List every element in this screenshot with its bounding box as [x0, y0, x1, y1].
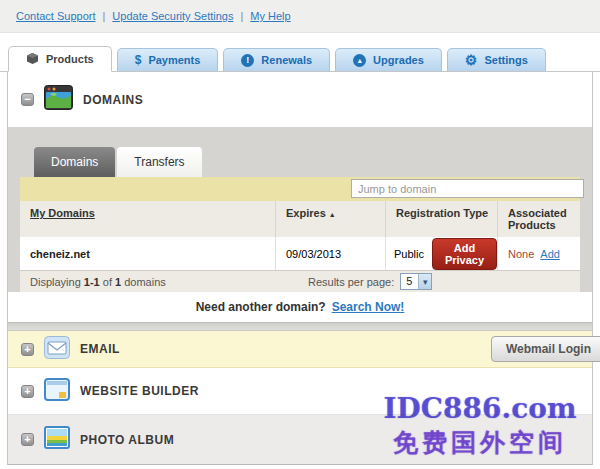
contact-support-link[interactable]: Contact Support [16, 10, 96, 22]
domains-table-footer: Displaying 1-1 of 1 domains Results per … [20, 270, 580, 292]
domains-section-title: DOMAINS [83, 93, 143, 107]
photo-album-section-header: + PHOTO ALBUM [8, 415, 592, 464]
tab-renewals[interactable]: ! Renewals [223, 48, 330, 71]
package-icon [26, 52, 39, 67]
domain-expiry-date: 09/03/2013 [286, 248, 341, 260]
associated-products-column-header: Associated Products [508, 207, 567, 231]
tab-settings[interactable]: ⚙ Settings [447, 48, 546, 71]
results-per-page-select[interactable]: 5 [400, 273, 432, 290]
up-arrow-circle-icon: ▲ [353, 54, 366, 67]
domains-section-header: − DOMAINS [8, 72, 592, 127]
update-security-settings-link[interactable]: Update Security Settings [112, 10, 233, 22]
jump-to-domain-input[interactable] [351, 179, 584, 198]
add-associated-product-link[interactable]: Add [540, 248, 560, 260]
need-domain-row: Need another domain? Search Now! [8, 292, 592, 322]
my-help-link[interactable]: My Help [250, 10, 290, 22]
domains-module: Domains Transfers My Domains Expires▲ Re… [8, 127, 592, 292]
website-builder-icon [44, 378, 70, 405]
tab-label: Settings [484, 54, 527, 66]
exclamation-circle-icon: ! [241, 54, 254, 67]
account-products-page: Contact Support | Update Security Settin… [0, 0, 600, 469]
website-builder-section-header: + WEBSITE BUILDER [8, 368, 592, 415]
domains-icon [44, 85, 73, 114]
tab-upgrades[interactable]: ▲ Upgrades [335, 48, 442, 71]
link-separator: | [240, 10, 243, 22]
products-panel: − DOMAINS Domains Transfers [7, 72, 593, 465]
domains-subtab-bar: Domains Transfers [20, 147, 580, 177]
webmail-login-button[interactable]: Webmail Login [491, 336, 600, 362]
chevron-down-icon [418, 274, 431, 289]
sort-ascending-icon: ▲ [329, 211, 336, 218]
expand-button[interactable]: + [21, 343, 34, 356]
domains-table-header: My Domains Expires▲ Registration Type As… [20, 201, 580, 237]
expand-button[interactable]: + [21, 433, 34, 446]
website-builder-section-title: WEBSITE BUILDER [80, 384, 199, 398]
photo-album-icon [44, 426, 70, 453]
subtab-transfers[interactable]: Transfers [117, 147, 201, 177]
add-privacy-button[interactable]: Add Privacy [432, 238, 497, 270]
collapse-button[interactable]: − [21, 93, 34, 106]
expires-column-header[interactable]: Expires [286, 207, 326, 219]
domain-search-bar [20, 177, 580, 201]
domain-table-row: cheneiz.net 09/03/2013 Public Add Privac… [20, 237, 580, 270]
tab-label: Products [46, 53, 94, 65]
associated-products-value: None [508, 248, 534, 260]
section-divider [8, 322, 592, 331]
gear-icon: ⚙ [465, 53, 478, 67]
tab-label: Renewals [261, 54, 312, 66]
link-separator: | [103, 10, 106, 22]
selected-value: 5 [401, 274, 418, 289]
email-icon [44, 336, 70, 363]
domains-table: My Domains Expires▲ Registration Type As… [20, 201, 580, 292]
dollar-icon: $ [135, 53, 142, 67]
tab-label: Upgrades [373, 54, 424, 66]
main-tab-bar: Products $ Payments ! Renewals ▲ Upgrade… [0, 33, 600, 72]
displaying-text: Displaying 1-1 of 1 domains [30, 276, 166, 288]
registration-type-column-header: Registration Type [396, 207, 488, 219]
tab-payments[interactable]: $ Payments [117, 48, 219, 71]
email-section-title: EMAIL [80, 342, 120, 356]
photo-album-section-title: PHOTO ALBUM [80, 433, 174, 447]
registration-type-value: Public [394, 248, 424, 260]
tab-products[interactable]: Products [8, 46, 112, 72]
search-now-link[interactable]: Search Now! [332, 300, 405, 314]
top-links-bar: Contact Support | Update Security Settin… [0, 0, 600, 33]
expand-button[interactable]: + [21, 385, 34, 398]
results-per-page-control: Results per page: 5 [308, 273, 432, 290]
results-per-page-label: Results per page: [308, 276, 394, 288]
tab-label: Payments [148, 54, 200, 66]
subtab-domains[interactable]: Domains [34, 147, 115, 177]
email-section-header: + EMAIL Webmail Login [8, 331, 592, 368]
need-domain-text: Need another domain? [196, 300, 326, 314]
my-domains-column-header[interactable]: My Domains [30, 207, 95, 219]
domain-name: cheneiz.net [30, 248, 90, 260]
